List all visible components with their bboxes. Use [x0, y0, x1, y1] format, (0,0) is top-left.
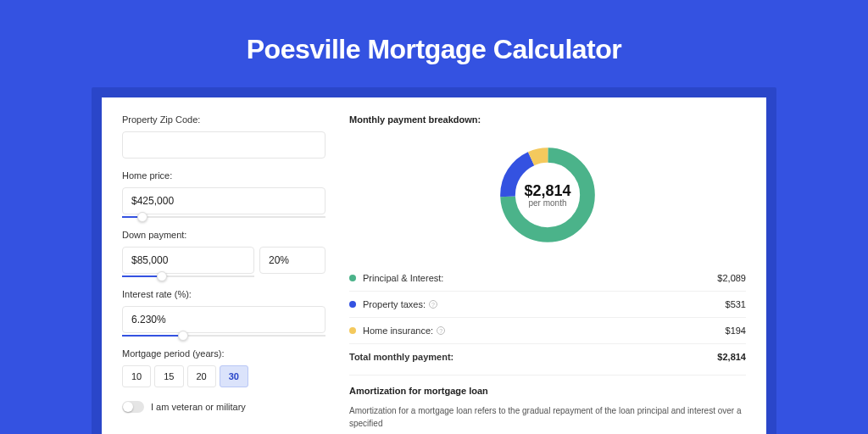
down-payment-label: Down payment: — [122, 230, 326, 240]
interest-slider[interactable] — [122, 335, 326, 337]
legend-total-row: Total monthly payment:$2,814 — [349, 343, 746, 370]
slider-fill — [122, 335, 183, 337]
zip-label: Property Zip Code: — [122, 114, 326, 125]
home-price-input[interactable] — [122, 187, 326, 214]
interest-label: Interest rate (%): — [122, 289, 326, 299]
veteran-label: I am veteran or military — [151, 402, 246, 412]
legend-value: $194 — [726, 326, 746, 336]
legend-total-label: Total monthly payment: — [349, 352, 717, 362]
amortization-body: Amortization for a mortgage loan refers … — [349, 404, 746, 430]
period-options: 10152030 — [122, 365, 326, 387]
period-label: Mortgage period (years): — [122, 348, 326, 359]
info-icon[interactable]: ? — [437, 326, 445, 335]
breakdown-column: Monthly payment breakdown: $2,814 per mo… — [349, 114, 746, 434]
amortization-heading: Amortization for mortgage loan — [349, 386, 746, 396]
zip-input[interactable] — [122, 131, 326, 159]
legend-row: Principal & Interest:$2,089 — [349, 265, 746, 291]
veteran-toggle[interactable] — [122, 401, 144, 413]
down-payment-percent-input[interactable] — [259, 247, 326, 274]
legend-label: Principal & Interest: — [363, 273, 717, 283]
legend-dot — [349, 301, 356, 308]
toggle-knob — [123, 402, 133, 412]
zip-field-group: Property Zip Code: — [122, 114, 326, 159]
page-title: Poesville Mortgage Calculator — [92, 34, 776, 65]
legend-value: $531 — [726, 299, 746, 309]
down-payment-input[interactable] — [122, 247, 254, 274]
calculator-panel: Property Zip Code: Home price: Down paym… — [92, 87, 776, 434]
legend-total-value: $2,814 — [717, 352, 746, 362]
slider-thumb[interactable] — [157, 271, 167, 281]
legend-dot — [349, 275, 356, 281]
veteran-row: I am veteran or military — [122, 401, 326, 413]
legend-row: Home insurance: ?$194 — [349, 317, 746, 343]
period-option-15[interactable]: 15 — [154, 365, 183, 387]
donut-chart: $2,814 per month — [349, 131, 746, 259]
legend-row: Property taxes: ?$531 — [349, 291, 746, 317]
period-option-20[interactable]: 20 — [187, 365, 216, 387]
legend-dot — [349, 327, 356, 334]
info-icon[interactable]: ? — [429, 300, 437, 309]
interest-input[interactable] — [122, 306, 326, 333]
breakdown-heading: Monthly payment breakdown: — [349, 114, 746, 125]
period-option-30[interactable]: 30 — [220, 365, 248, 387]
home-price-slider[interactable] — [122, 216, 326, 218]
slider-fill — [122, 275, 162, 277]
legend-label: Property taxes: ? — [363, 299, 726, 309]
amortization-section: Amortization for mortgage loan Amortizat… — [349, 375, 746, 430]
period-option-10[interactable]: 10 — [122, 365, 151, 387]
slider-thumb[interactable] — [137, 212, 147, 222]
interest-field-group: Interest rate (%): — [122, 289, 326, 337]
donut-value: $2,814 — [524, 182, 570, 200]
legend-value: $2,089 — [717, 273, 746, 283]
down-payment-slider[interactable] — [122, 275, 254, 277]
legend: Principal & Interest:$2,089Property taxe… — [349, 265, 746, 370]
home-price-field-group: Home price: — [122, 170, 326, 218]
period-field-group: Mortgage period (years): 10152030 — [122, 348, 326, 387]
form-column: Property Zip Code: Home price: Down paym… — [122, 114, 326, 434]
donut-sublabel: per month — [524, 198, 570, 208]
home-price-label: Home price: — [122, 170, 326, 181]
slider-thumb[interactable] — [178, 331, 188, 341]
legend-label: Home insurance: ? — [363, 326, 726, 336]
down-payment-field-group: Down payment: — [122, 230, 326, 277]
